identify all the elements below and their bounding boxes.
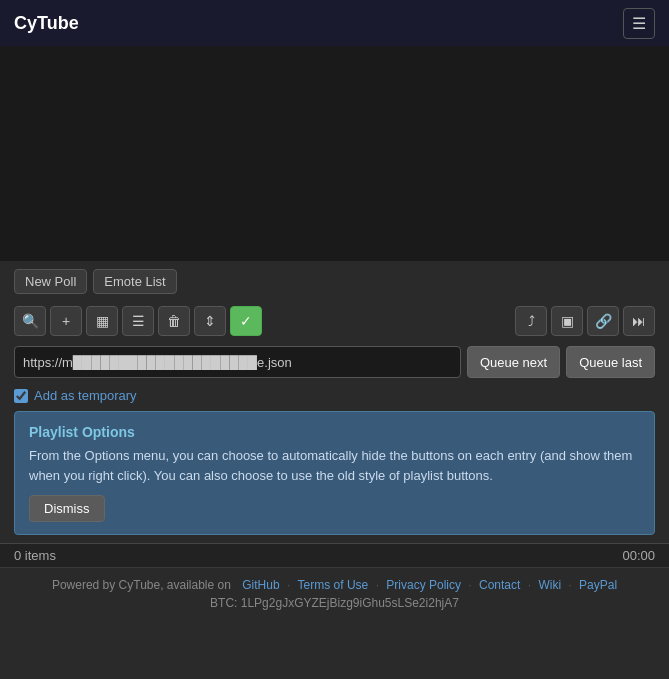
emote-list-button[interactable]: Emote List <box>93 269 176 294</box>
wiki-link[interactable]: Wiki <box>538 578 561 592</box>
navbar-toggle-button[interactable]: ☰ <box>623 8 655 39</box>
navbar: CyTube ☰ <box>0 0 669 46</box>
playlist-options-box: Playlist Options From the Options menu, … <box>14 411 655 535</box>
toolbar-left: 🔍 + ▦ ☰ 🗑 ⇕ ✓ <box>14 306 511 336</box>
delete-button[interactable]: 🗑 <box>158 306 190 336</box>
powered-by-text: Powered by CyTube, available on <box>52 578 231 592</box>
playlist-footer: 0 items 00:00 <box>0 543 669 567</box>
github-link[interactable]: GitHub <box>242 578 279 592</box>
add-as-temporary-label[interactable]: Add as temporary <box>34 388 137 403</box>
playlist-time: 00:00 <box>622 548 655 563</box>
sep-dot-4: · <box>528 578 535 592</box>
expand-button[interactable]: ⤴ <box>515 306 547 336</box>
btc-address: BTC: 1LPg2gJxGYZEjBizg9iGhu5sLSe2i2hjA7 <box>14 596 655 610</box>
toolbar-right: ⤴ ▣ 🔗 ⏭ <box>515 306 655 336</box>
search-icon: 🔍 <box>22 313 39 329</box>
sep-dot-3: · <box>468 578 475 592</box>
add-button[interactable]: + <box>50 306 82 336</box>
terms-link[interactable]: Terms of Use <box>298 578 369 592</box>
fullscreen-button[interactable]: ▣ <box>551 306 583 336</box>
video-area <box>0 46 669 261</box>
sep-dot-1: · <box>287 578 294 592</box>
skip-icon: ⏭ <box>632 313 646 329</box>
trash-icon: 🗑 <box>167 313 181 329</box>
playlist-options-title: Playlist Options <box>29 424 640 440</box>
check-icon: ✓ <box>240 313 252 329</box>
skip-button[interactable]: ⏭ <box>623 306 655 336</box>
sep-dot-2: · <box>376 578 383 592</box>
footer-links: Powered by CyTube, available on GitHub ·… <box>14 578 655 592</box>
paypal-link[interactable]: PayPal <box>579 578 617 592</box>
add-as-temporary-checkbox[interactable] <box>14 389 28 403</box>
url-input[interactable] <box>14 346 461 378</box>
link-button[interactable]: 🔗 <box>587 306 619 336</box>
grid-icon: ▦ <box>96 313 109 329</box>
add-icon: + <box>62 313 70 329</box>
dismiss-button[interactable]: Dismiss <box>29 495 105 522</box>
confirm-button[interactable]: ✓ <box>230 306 262 336</box>
queue-last-button[interactable]: Queue last <box>566 346 655 378</box>
list-view-button[interactable]: ☰ <box>122 306 154 336</box>
new-poll-button[interactable]: New Poll <box>14 269 87 294</box>
search-button[interactable]: 🔍 <box>14 306 46 336</box>
link-icon: 🔗 <box>595 313 612 329</box>
sep-dot-5: · <box>568 578 575 592</box>
privacy-link[interactable]: Privacy Policy <box>386 578 461 592</box>
shuffle-button[interactable]: ⇕ <box>194 306 226 336</box>
toolbar: 🔍 + ▦ ☰ 🗑 ⇕ ✓ ⤴ ▣ 🔗 ⏭ <box>0 302 669 340</box>
queue-next-button[interactable]: Queue next <box>467 346 560 378</box>
poll-bar: New Poll Emote List <box>0 261 669 302</box>
grid-view-button[interactable]: ▦ <box>86 306 118 336</box>
expand-icon: ⤴ <box>528 313 535 329</box>
playlist-options-text: From the Options menu, you can choose to… <box>29 446 640 485</box>
contact-link[interactable]: Contact <box>479 578 520 592</box>
items-count: 0 items <box>14 548 56 563</box>
shuffle-icon: ⇕ <box>204 313 216 329</box>
url-bar: Queue next Queue last <box>0 340 669 384</box>
list-icon: ☰ <box>132 313 145 329</box>
fullscreen-icon: ▣ <box>561 313 574 329</box>
site-footer: Powered by CyTube, available on GitHub ·… <box>0 567 669 620</box>
checkbox-row: Add as temporary <box>0 384 669 411</box>
app-brand: CyTube <box>14 13 79 34</box>
